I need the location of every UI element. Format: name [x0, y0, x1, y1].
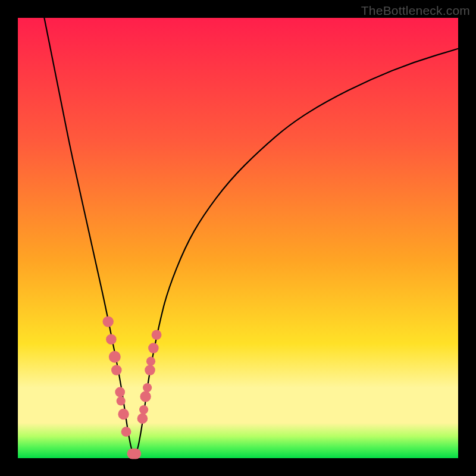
sample-marker: [145, 365, 155, 375]
sample-marker: [152, 330, 162, 340]
sample-marker: [121, 427, 131, 437]
sample-marker: [117, 396, 126, 405]
sample-marker: [139, 405, 148, 414]
plot-area: [18, 18, 458, 458]
trough-marker: [127, 449, 142, 459]
sample-marker: [115, 387, 125, 397]
curve-layer: [18, 18, 458, 458]
watermark-text: TheBottleneck.com: [361, 4, 470, 18]
bottleneck-curve: [44, 18, 458, 454]
sample-marker: [103, 316, 114, 327]
marker-group: [103, 316, 162, 459]
sample-marker: [111, 365, 122, 375]
sample-marker: [109, 351, 121, 363]
sample-marker: [140, 391, 151, 402]
sample-marker: [137, 414, 148, 424]
chart-frame: TheBottleneck.com: [0, 0, 476, 476]
sample-marker: [146, 357, 155, 366]
sample-marker: [106, 334, 117, 345]
sample-marker: [118, 409, 129, 419]
sample-marker: [143, 383, 152, 392]
sample-marker: [148, 343, 159, 353]
